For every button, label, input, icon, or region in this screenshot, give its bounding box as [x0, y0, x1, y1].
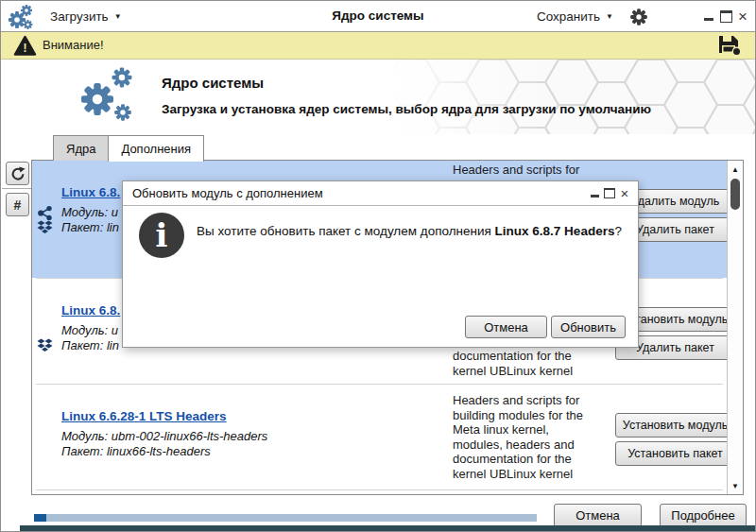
gear-icon: [629, 8, 648, 26]
module-line: Модуль: ubm-002-linux66-lts-headers: [61, 429, 267, 443]
sidebar-divider: [2, 188, 31, 189]
page-subtitle: Загрузка и установка ядер системы, выбор…: [162, 102, 651, 116]
install-package-button[interactable]: Установить пакет: [615, 441, 735, 466]
dialog-window-controls: ×: [587, 181, 632, 205]
bottom-strip: [20, 525, 755, 531]
info-circle-icon: i: [139, 213, 184, 258]
addon-title-link[interactable]: Linux 6.8.: [61, 303, 120, 317]
update-module-dialog: Обновить модуль с дополнением × i Вы хот…: [122, 180, 639, 348]
warning-triangle-icon: !: [13, 35, 37, 57]
settings-button[interactable]: [628, 7, 649, 27]
tab-bar: Ядра Дополнения: [53, 135, 204, 162]
window-controls: ×: [700, 1, 751, 31]
tab-kernels-label: Ядра: [66, 142, 95, 156]
install-module-button[interactable]: Установить модуль: [615, 413, 735, 438]
page-title: Ядро системы: [162, 75, 264, 91]
refresh-button[interactable]: [6, 162, 29, 185]
dialog-message: Вы хотите обновить пакет с модулем допол…: [197, 224, 623, 238]
package-line: Пакет: lin: [61, 220, 119, 234]
hash-button[interactable]: #: [6, 193, 29, 216]
dialog-maximize-button[interactable]: [602, 185, 617, 202]
addon-description: Headers and scripts for building modules…: [453, 393, 596, 481]
kernel-gears-logo-icon: [75, 65, 137, 129]
tab-kernels[interactable]: Ядра: [53, 135, 109, 161]
package-installed-icon: [37, 338, 53, 352]
triangle-down-icon: ▼: [731, 482, 739, 490]
titlebar: Загрузить ▼ Ядро системы Сохранить ▼ ×: [1, 1, 755, 32]
save-menu-label: Сохранить: [537, 9, 600, 24]
page-header: Ядро системы Загрузка и установка ядер с…: [1, 60, 755, 134]
tab-addons-label: Дополнения: [121, 142, 191, 156]
dialog-close-button[interactable]: ×: [617, 185, 632, 202]
close-icon: ×: [738, 9, 747, 25]
minimize-icon: [704, 18, 713, 21]
hexagon-pattern: [387, 60, 755, 134]
list-separator: [36, 489, 723, 490]
save-floppy-icon: [717, 34, 742, 57]
dialog-title: Обновить модуль с дополнением: [132, 181, 323, 205]
dialog-minimize-button[interactable]: [587, 185, 602, 202]
footer-cancel-button[interactable]: Отмена: [554, 504, 642, 527]
addon-title-link[interactable]: Linux 6.8.: [61, 185, 120, 199]
dialog-titlebar: Обновить модуль с дополнением ×: [123, 181, 638, 206]
addon-title-link[interactable]: Linux 6.6.28-1 LTS Headers: [61, 409, 227, 423]
scroll-down-button[interactable]: ▼: [728, 478, 743, 493]
footer-details-button[interactable]: Подробнее: [660, 504, 747, 527]
vertical-scrollbar[interactable]: ▲ ▼: [727, 161, 743, 494]
dialog-update-button[interactable]: Обновить: [551, 316, 626, 338]
package-line: Пакет: lin: [61, 338, 119, 352]
progress-bar: [34, 514, 537, 522]
module-line: Модуль: u: [61, 323, 118, 337]
scroll-up-button[interactable]: ▲: [728, 162, 743, 177]
svg-text:!: !: [24, 42, 27, 55]
addon-name: Linux 6.8.7 Headers: [495, 224, 615, 238]
minimize-button[interactable]: [700, 7, 717, 26]
triangle-up-icon: ▲: [731, 165, 739, 174]
module-line: Модуль: u: [61, 205, 118, 219]
minimize-icon: [591, 195, 599, 197]
maximize-icon: [604, 188, 615, 198]
package-installed-icon: [37, 220, 53, 234]
save-menu-button[interactable]: Сохранить ▼: [537, 1, 613, 31]
warning-bar: ! Внимание!: [1, 32, 755, 60]
scrollbar-thumb[interactable]: [730, 179, 740, 210]
maximize-icon: [720, 10, 732, 23]
close-icon: ×: [621, 186, 629, 200]
list-item[interactable]: Linux 6.6.28-1 LTS Headers Модуль: ubm-0…: [32, 385, 727, 489]
app-window: Загрузить ▼ Ядро системы Сохранить ▼ × !: [0, 0, 756, 532]
close-button[interactable]: ×: [734, 7, 751, 26]
hash-icon: #: [14, 197, 22, 213]
warning-label: Внимание!: [43, 32, 104, 59]
module-installed-icon: [37, 205, 53, 221]
maximize-button[interactable]: [717, 7, 734, 26]
refresh-icon: [10, 166, 26, 181]
tab-addons[interactable]: Дополнения: [108, 135, 204, 162]
dialog-cancel-button[interactable]: Отмена: [465, 316, 547, 338]
progress-fill: [34, 514, 46, 522]
chevron-down-icon: ▼: [606, 12, 613, 21]
save-report-button[interactable]: [717, 34, 742, 57]
package-line: Пакет: linux66-lts-headers: [61, 444, 211, 458]
